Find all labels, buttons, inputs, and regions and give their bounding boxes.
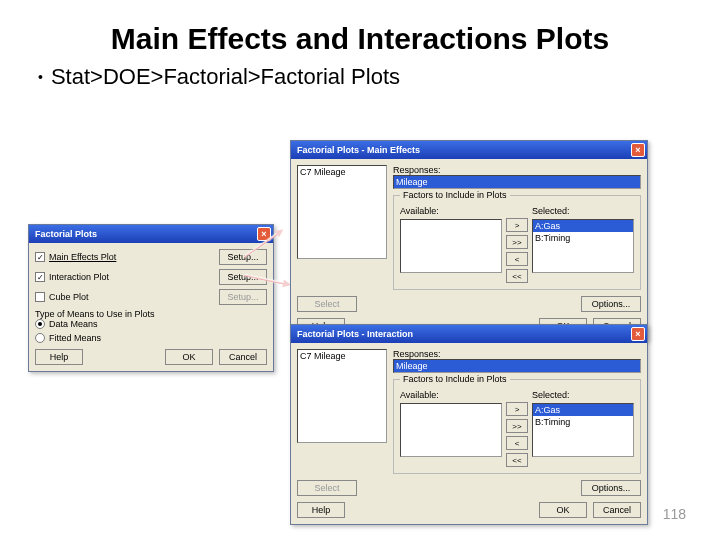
selected-label: Selected: — [532, 206, 634, 216]
help-button[interactable]: Help — [297, 502, 345, 518]
radio-fitted-means-label: Fitted Means — [49, 333, 101, 343]
dialog-title: Factorial Plots — [35, 229, 97, 239]
cancel-button[interactable]: Cancel — [593, 502, 641, 518]
checkbox-interaction[interactable] — [35, 272, 45, 282]
responses-label: Responses: — [393, 165, 641, 175]
select-button: Select — [297, 480, 357, 496]
options-button[interactable]: Options... — [581, 480, 641, 496]
source-listbox[interactable]: C7 Mileage — [297, 349, 387, 443]
dialog-title: Factorial Plots - Main Effects — [297, 145, 420, 155]
radio-data-means[interactable] — [35, 319, 45, 329]
titlebar: Factorial Plots - Interaction × — [291, 325, 647, 343]
responses-value: Mileage — [394, 360, 640, 372]
titlebar: Factorial Plots × — [29, 225, 273, 243]
factors-group-label: Factors to Include in Plots — [400, 190, 510, 200]
available-label: Available: — [400, 206, 502, 216]
list-item[interactable]: A:Gas — [533, 220, 633, 232]
move-right-button[interactable]: > — [506, 402, 528, 416]
dialog-main-effects: Factorial Plots - Main Effects × C7 Mile… — [290, 140, 648, 341]
bullet-icon: • — [38, 70, 43, 84]
responses-value: Mileage — [394, 176, 640, 188]
radio-fitted-means[interactable] — [35, 333, 45, 343]
setup-cube-button: Setup... — [219, 289, 267, 305]
list-item[interactable]: C7 Mileage — [298, 350, 386, 362]
list-item[interactable]: B:Timing — [533, 416, 633, 428]
available-label: Available: — [400, 390, 502, 400]
close-icon[interactable]: × — [631, 327, 645, 341]
checkbox-interaction-label: Interaction Plot — [49, 272, 109, 282]
factors-group-label: Factors to Include in Plots — [400, 374, 510, 384]
list-item[interactable]: A:Gas — [533, 404, 633, 416]
responses-field[interactable]: Mileage — [393, 175, 641, 189]
checkbox-cube[interactable] — [35, 292, 45, 302]
checkbox-main-effects-label: Main Effects Plot — [49, 252, 116, 262]
titlebar: Factorial Plots - Main Effects × — [291, 141, 647, 159]
checkbox-main-effects[interactable] — [35, 252, 45, 262]
help-button[interactable]: Help — [35, 349, 83, 365]
dialog-factorial-plots: Factorial Plots × Main Effects Plot Setu… — [28, 224, 274, 372]
page-title: Main Effects and Interactions Plots — [60, 22, 660, 56]
move-left-button[interactable]: < — [506, 436, 528, 450]
breadcrumb: • Stat>DOE>Factorial>Factorial Plots — [38, 64, 720, 90]
move-all-left-button[interactable]: << — [506, 269, 528, 283]
move-right-button[interactable]: > — [506, 218, 528, 232]
move-all-right-button[interactable]: >> — [506, 419, 528, 433]
selected-listbox[interactable]: A:Gas B:Timing — [532, 403, 634, 457]
close-icon[interactable]: × — [631, 143, 645, 157]
options-button[interactable]: Options... — [581, 296, 641, 312]
dialog-title: Factorial Plots - Interaction — [297, 329, 413, 339]
means-type-label: Type of Means to Use in Plots — [35, 309, 267, 319]
move-all-right-button[interactable]: >> — [506, 235, 528, 249]
responses-field[interactable]: Mileage — [393, 359, 641, 373]
move-left-button[interactable]: < — [506, 252, 528, 266]
list-item[interactable]: B:Timing — [533, 232, 633, 244]
list-item[interactable]: C7 Mileage — [298, 166, 386, 178]
radio-data-means-label: Data Means — [49, 319, 98, 329]
move-all-left-button[interactable]: << — [506, 453, 528, 467]
selected-listbox[interactable]: A:Gas B:Timing — [532, 219, 634, 273]
ok-button[interactable]: OK — [539, 502, 587, 518]
available-listbox[interactable] — [400, 219, 502, 273]
available-listbox[interactable] — [400, 403, 502, 457]
selected-label: Selected: — [532, 390, 634, 400]
setup-main-button[interactable]: Setup... — [219, 249, 267, 265]
breadcrumb-text: Stat>DOE>Factorial>Factorial Plots — [51, 64, 400, 90]
dialog-interaction: Factorial Plots - Interaction × C7 Milea… — [290, 324, 648, 525]
responses-label: Responses: — [393, 349, 641, 359]
select-button: Select — [297, 296, 357, 312]
ok-button[interactable]: OK — [165, 349, 213, 365]
page-number: 118 — [663, 506, 686, 522]
source-listbox[interactable]: C7 Mileage — [297, 165, 387, 259]
cancel-button[interactable]: Cancel — [219, 349, 267, 365]
checkbox-cube-label: Cube Plot — [49, 292, 89, 302]
